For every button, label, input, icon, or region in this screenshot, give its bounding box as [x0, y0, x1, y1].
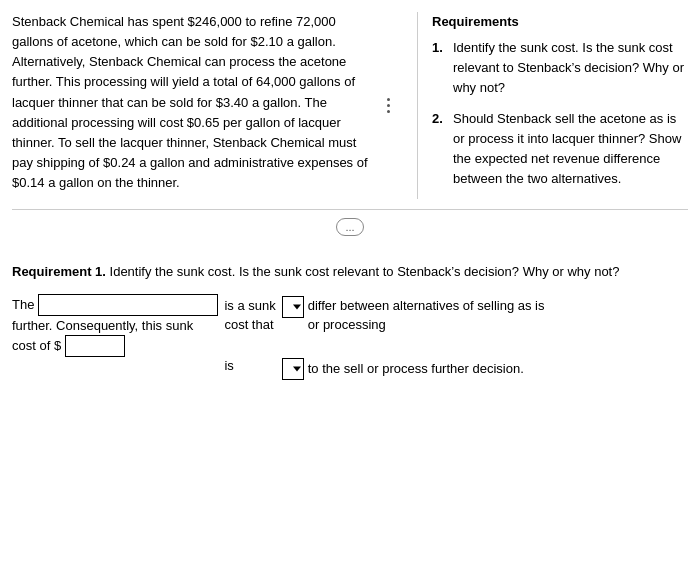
dot2 — [387, 104, 390, 107]
cost-of-label: cost of $ — [12, 338, 61, 353]
req1-heading: Requirement 1. Identify the sunk cost. I… — [12, 262, 688, 282]
req1-heading-text: Identify the sunk cost. Is the sunk cost… — [106, 264, 620, 279]
requirement-item-1: 1. Identify the sunk cost. Is the sunk c… — [432, 38, 688, 98]
requirements-title: Requirements — [432, 12, 688, 32]
left-panel: Stenback Chemical has spent $246,000 to … — [12, 12, 407, 199]
is-label: is — [224, 358, 233, 373]
differ-dropdown[interactable] — [282, 296, 304, 318]
cost-that-label: cost that — [224, 315, 275, 335]
dot3 — [387, 110, 390, 113]
the-label: The — [12, 297, 34, 312]
requirement-item-2: 2. Should Stenback sell the acetone as i… — [432, 109, 688, 190]
cost-input[interactable] — [65, 335, 125, 357]
to-the-sell-label: to the sell or process further decision. — [308, 361, 524, 376]
scenario-text: Stenback Chemical has spent $246,000 to … — [12, 14, 368, 190]
req-text-2: Should Stenback sell the acetone as is o… — [453, 109, 688, 190]
differ-text1: differ between alternatives of selling a… — [308, 296, 545, 316]
top-section: Stenback Chemical has spent $246,000 to … — [12, 12, 688, 210]
vertical-divider — [417, 12, 418, 199]
main-container: Stenback Chemical has spent $246,000 to … — [0, 0, 700, 562]
relevant-dropdown[interactable] — [282, 358, 304, 380]
req-number-1: 1. — [432, 38, 448, 98]
ellipsis-button[interactable]: ... — [336, 218, 363, 236]
req-text-1: Identify the sunk cost. Is the sunk cost… — [453, 38, 688, 98]
further-label: further. Consequently, this sunk — [12, 318, 193, 333]
side-dots-divider — [379, 12, 397, 199]
fill-row-1: The further. Consequently, this sunk cos… — [12, 294, 688, 380]
differ-text2: or processing — [308, 315, 545, 335]
fill-in-area: The further. Consequently, this sunk cos… — [12, 294, 688, 380]
requirement-section: Requirement 1. Identify the sunk cost. I… — [12, 248, 688, 380]
req-number-2: 2. — [432, 109, 448, 190]
req1-heading-strong: Requirement 1. — [12, 264, 106, 279]
is-a-sunk-label: is a sunk — [224, 296, 275, 316]
sunk-cost-input[interactable] — [38, 294, 218, 316]
dot1 — [387, 98, 390, 101]
right-panel: Requirements 1. Identify the sunk cost. … — [428, 12, 688, 199]
